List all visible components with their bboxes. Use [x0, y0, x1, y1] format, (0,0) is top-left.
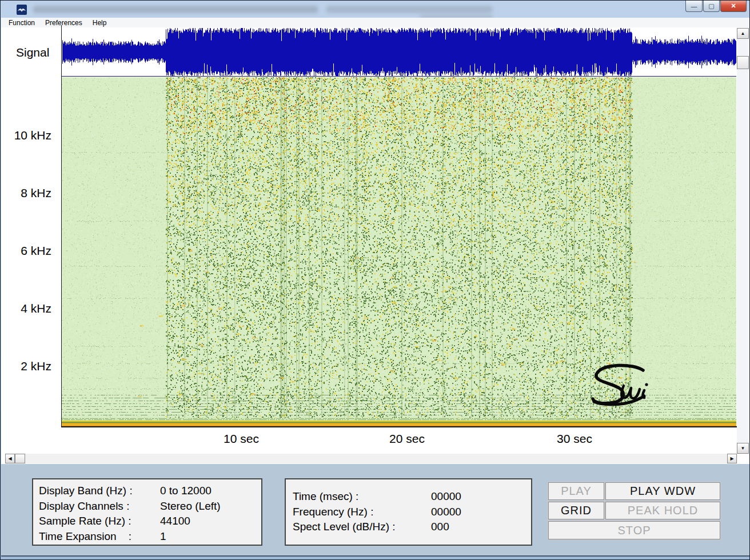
up-arrow-icon: ▲ [741, 31, 745, 36]
menu-bar: Function Preferences Help [1, 18, 750, 28]
left-arrow-icon: ◀ [8, 456, 11, 461]
freq-tick-10khz: 10 kHz [1, 129, 51, 142]
vertical-scroll-thumb[interactable] [737, 56, 749, 69]
time-readout-label: Time (msec) : [293, 489, 431, 505]
signal-waveform[interactable] [62, 28, 736, 76]
sample-rate-value: 44100 [160, 515, 190, 527]
sample-rate-label: Sample Rate (Hz) : [39, 514, 160, 529]
freq-tick-4khz: 4 kHz [1, 302, 51, 315]
plot-area: Signal 10 kHz 8 kHz 6 kHz 4 kHz 2 kHz 10… [1, 27, 750, 464]
grid-button[interactable]: GRID [548, 502, 604, 519]
spect-level-readout-value: 000 [431, 521, 449, 533]
spect-level-readout-row: Spect Level (dB/Hz) :000 [293, 519, 531, 535]
time-expansion-row: Time Expansion :1 [39, 529, 261, 545]
cursor-readout-panel: Time (msec) :00000 Frequency (Hz) :00000… [285, 478, 532, 546]
blurred-title-text [33, 6, 318, 13]
right-arrow-icon: ▶ [730, 456, 733, 461]
frequency-readout-row: Frequency (Hz) :00000 [293, 505, 531, 520]
display-settings-panel: Display Band (Hz) :0 to 12000 Display Ch… [32, 478, 262, 546]
play-button[interactable]: PLAY [548, 482, 604, 500]
freq-tick-2khz: 2 kHz [1, 359, 51, 373]
close-button[interactable]: ✕ [720, 1, 747, 12]
handwritten-signature [587, 362, 655, 411]
display-channels-label: Display Channels : [39, 499, 160, 514]
blurred-title-text [326, 6, 493, 13]
application-window: — ▢ ✕ Function Preferences Help Signal 1… [0, 0, 750, 560]
time-expansion-value: 1 [160, 530, 166, 542]
minimize-button[interactable]: — [685, 1, 703, 12]
maximize-button[interactable]: ▢ [703, 1, 720, 12]
freq-tick-8khz: 8 kHz [1, 186, 51, 200]
stop-button-label: STOP [617, 524, 651, 537]
peak-hold-button-label: PEAK HOLD [628, 504, 698, 517]
display-channels-row: Display Channels :Stereo (Left) [39, 499, 261, 514]
vertical-scrollbar[interactable]: ▲ ▼ [737, 28, 749, 454]
waveform-divider [62, 76, 736, 77]
menu-item-preferences[interactable]: Preferences [40, 18, 87, 27]
grid-button-label: GRID [561, 504, 592, 517]
status-panel-area: Display Band (Hz) :0 to 12000 Display Ch… [1, 464, 750, 557]
app-icon[interactable] [17, 5, 27, 15]
menu-item-function[interactable]: Function [1, 18, 40, 27]
display-band-value: 0 to 12000 [160, 485, 212, 497]
play-wdw-button[interactable]: PLAY WDW [605, 482, 720, 500]
play-wdw-button-label: PLAY WDW [630, 485, 696, 498]
scroll-up-button[interactable]: ▲ [737, 28, 749, 39]
sample-rate-row: Sample Rate (Hz) :44100 [39, 514, 261, 529]
frequency-readout-label: Frequency (Hz) : [293, 505, 431, 520]
spectrogram-bottom-border [61, 426, 737, 427]
maximize-icon: ▢ [708, 2, 714, 10]
spect-level-readout-label: Spect Level (dB/Hz) : [293, 519, 431, 535]
minimize-icon: — [691, 3, 697, 10]
horizontal-scrollbar[interactable]: ◀ ▶ [5, 454, 737, 463]
freq-tick-6khz: 6 kHz [1, 244, 51, 258]
close-icon: ✕ [731, 2, 736, 10]
display-channels-value: Stereo (Left) [160, 500, 221, 512]
time-expansion-label: Time Expansion : [39, 529, 160, 545]
time-readout-value: 00000 [431, 490, 461, 502]
display-band-row: Display Band (Hz) :0 to 12000 [39, 483, 261, 499]
stop-button[interactable]: STOP [548, 521, 720, 539]
down-arrow-icon: ▼ [741, 446, 745, 451]
frequency-readout-value: 00000 [431, 506, 461, 518]
scroll-down-button[interactable]: ▼ [737, 443, 749, 454]
title-bar[interactable]: — ▢ ✕ [1, 1, 749, 18]
display-band-label: Display Band (Hz) : [39, 483, 160, 499]
time-tick-30sec: 30 sec [547, 432, 602, 446]
scroll-right-button[interactable]: ▶ [727, 454, 737, 463]
time-tick-10sec: 10 sec [214, 432, 269, 446]
scroll-left-button[interactable]: ◀ [5, 454, 15, 463]
horizontal-scroll-thumb[interactable] [15, 454, 25, 463]
play-button-label: PLAY [561, 485, 592, 498]
peak-hold-button[interactable]: PEAK HOLD [605, 502, 720, 519]
time-tick-20sec: 20 sec [380, 432, 434, 446]
time-readout-row: Time (msec) :00000 [293, 489, 531, 505]
signal-axis-label: Signal [16, 46, 49, 59]
menu-item-help[interactable]: Help [87, 18, 112, 27]
